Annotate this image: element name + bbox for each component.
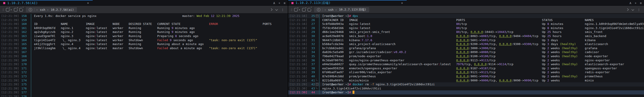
line-content [31, 78, 34, 82]
terminal-line: [12:21:16]4087e590b4cb8d prom/prometheus… [288, 74, 644, 78]
detach-tab-icon[interactable]: ° [308, 8, 311, 12]
session-status-icon [292, 2, 294, 4]
line-number: 27 [308, 22, 315, 26]
line-number: 40 [308, 74, 315, 78]
tab-close-icon[interactable]: × [401, 1, 403, 5]
terminal-line: [12:21:16]34da826c5a5a90 gcr.io/cadvisor… [288, 50, 644, 54]
terminal-line: [12:21:39]178 [0, 94, 288, 97]
plus-badge-icon: + [9, 7, 10, 9]
line-number: 166 [20, 46, 27, 50]
fold-gutter [27, 18, 31, 22]
session-tab-left[interactable]: 1.10.2.7.56(AI) × [0, 0, 93, 6]
more-options-icon[interactable]: ⋮ [281, 8, 284, 12]
chevron-down-icon[interactable]: ▾ [299, 9, 300, 11]
line-content: ac6e029e8078 smis_boot:1.0 0.0.0.0:8083-… [320, 34, 606, 38]
line-number: 39 [308, 70, 315, 74]
terminal-app-window: 1.10.2.7.56(AI) × A + ≡ ⣿ + ▾ × ° i ▸ ss… [0, 0, 644, 97]
terminal-line: [12:21:16]418221d8a069fc minio/minio 0.0… [288, 78, 644, 82]
line-timestamp: [12:21:39] [0, 78, 20, 82]
breadcrumb-host[interactable]: 10.2.7.113(后端) [339, 8, 366, 12]
close-badge-icon: × [17, 7, 18, 9]
breadcrumb-arrow-icon: ▸ [325, 9, 326, 11]
assist-icon[interactable]: A [274, 1, 275, 5]
new-tab-icon[interactable]: + [278, 1, 280, 5]
breadcrumb-protocol[interactable]: ssh [328, 8, 334, 12]
fold-open-icon[interactable] [315, 14, 319, 18]
more-options-icon[interactable]: ⋮ [638, 8, 640, 12]
fold-gutter [27, 30, 31, 34]
hamburger-menu-icon[interactable]: ≡ [640, 1, 642, 5]
fold-open-icon[interactable] [315, 82, 319, 86]
line-number: 158 [20, 14, 27, 18]
close-badge-icon: × [305, 7, 306, 9]
fold-gutter [315, 46, 319, 50]
new-window-badge-icon: ° [22, 7, 24, 9]
terminal-line: [12:21:16]396fd4badfae97 oliver006/redis… [288, 70, 644, 74]
terminal-pane-left: 1.10.2.7.56(AI) × A + ≡ ⣿ + ▾ × ° i ▸ ss… [0, 0, 288, 97]
line-content [31, 58, 34, 62]
line-number: 36 [308, 58, 315, 62]
line-timestamp: [12:21:39] [0, 38, 20, 42]
line-timestamp: [12:21:39] [0, 66, 20, 70]
fold-gutter [27, 22, 31, 26]
session-tab-right[interactable]: 1.10.2.7.113(后端) × [288, 0, 407, 6]
line-number: 42 [308, 82, 315, 86]
line-content: CONTAINER ID IMAGE PORTS STATUS NAMES [320, 18, 594, 22]
terminal-line: [12:21:16]26CONTAINER ID IMAGE PORTS STA… [288, 18, 644, 22]
chevron-right-icon[interactable] [270, 8, 272, 11]
terminal-line: [12:21:39]172 [0, 70, 288, 74]
assist-icon[interactable]: A [630, 1, 632, 5]
line-number: 162 [20, 30, 27, 34]
terminal-line: [12:21:39]167 [0, 50, 288, 54]
fold-end-icon[interactable] [315, 78, 319, 82]
line-number: 167 [20, 50, 27, 54]
line-number: 159 [20, 18, 27, 22]
line-timestamp: [12:21:39] [0, 26, 20, 30]
new-tab-icon[interactable]: + [635, 1, 636, 5]
terminal-output-right[interactable]: [12:21:16]25[root@worker ~]# dps[12:21:1… [288, 13, 644, 97]
drag-handle-icon[interactable]: ⣿ [290, 8, 292, 11]
hamburger-menu-icon[interactable]: ≡ [284, 1, 286, 5]
line-content [31, 18, 34, 22]
terminal-line: [12:21:39]162ap2vbg6yczvb nginx.2 nginx:… [0, 30, 288, 34]
line-content: da826c5a5a90 gcr.io/cadvisor/cadvisor:v0… [320, 50, 599, 54]
fold-gutter [315, 62, 319, 66]
line-number: 173 [20, 74, 27, 78]
terminal-output-left[interactable]: [12:21:39]158Every 1.0s: docker service … [0, 13, 288, 97]
tab-close-icon[interactable]: × [87, 1, 89, 5]
chevron-down-icon[interactable]: ▾ [10, 9, 12, 11]
terminal-cursor [352, 90, 354, 94]
chevron-down-icon[interactable] [632, 8, 634, 11]
fold-end-icon[interactable] [315, 86, 319, 90]
chevron-down-icon[interactable] [275, 8, 278, 11]
detach-tab-icon[interactable]: ° [20, 8, 23, 12]
close-tab-icon[interactable]: × [14, 8, 17, 12]
line-content [31, 90, 34, 94]
line-timestamp: [12:21:16] [288, 18, 308, 22]
line-content: ea2aee959258 enmotech/opengauss_exporter… [320, 66, 617, 70]
chevron-right-icon[interactable] [626, 8, 628, 11]
duplicate-tab-icon[interactable]: + [6, 8, 9, 12]
fold-gutter [27, 78, 31, 82]
terminal-line: [12:21:39]169 [0, 58, 288, 62]
info-icon[interactable]: i [29, 8, 32, 12]
line-content [31, 86, 34, 90]
breadcrumb-protocol[interactable]: ssh [40, 8, 45, 12]
duplicate-tab-icon[interactable]: + [294, 8, 298, 12]
line-timestamp: [12:21:30] [288, 90, 308, 94]
terminal-line: [12:21:16]360c3da8f00f91 nginx/nginx-pro… [288, 58, 644, 62]
line-timestamp: [12:21:16] [288, 74, 308, 78]
line-number: 30 [308, 34, 315, 38]
line-number: 176 [20, 86, 27, 90]
line-timestamp: [12:21:39] [0, 86, 20, 90]
breadcrumb-host[interactable]: 10.2.7.56(ai) [51, 8, 74, 12]
close-tab-icon[interactable]: × [302, 8, 306, 12]
terminal-line: [12:21:16]28f5fdc456d166 nginx:latest 80… [288, 26, 644, 30]
info-icon[interactable]: i [317, 8, 320, 12]
line-timestamp: [12:21:39] [0, 50, 20, 54]
line-content [31, 82, 34, 86]
tab-bar-right: 1.10.2.7.113(后端) × A + ≡ [288, 0, 644, 6]
drag-handle-icon[interactable]: ⣿ [2, 8, 4, 11]
fold-gutter [315, 90, 319, 94]
line-content [31, 54, 34, 58]
